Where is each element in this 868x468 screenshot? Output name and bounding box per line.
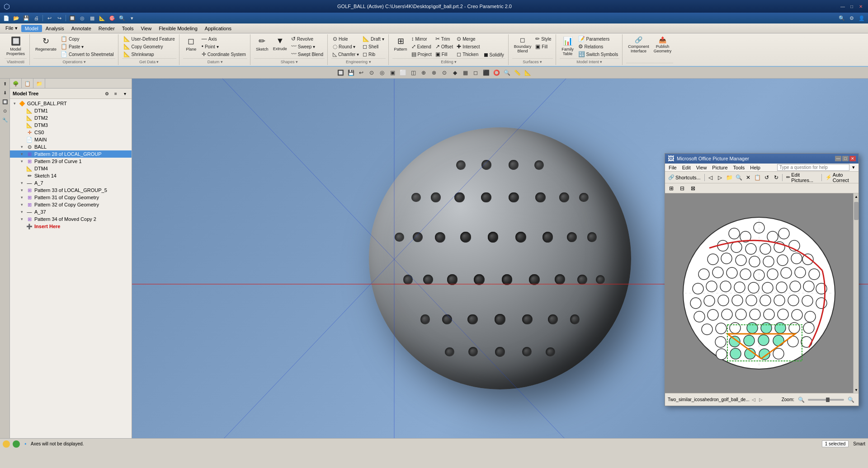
menu-model[interactable]: Model bbox=[21, 25, 42, 32]
qa-btn-1[interactable]: 🔲 bbox=[68, 14, 77, 22]
thicken-button[interactable]: ◻Thicken bbox=[455, 51, 481, 58]
view-btn-16[interactable]: ⭕ bbox=[491, 68, 501, 77]
view-btn-11[interactable]: ⊙ bbox=[439, 68, 449, 77]
menu-analysis[interactable]: Analysis bbox=[42, 25, 68, 32]
pm-delete-btn[interactable]: ✕ bbox=[744, 173, 752, 182]
pm-menu-tools[interactable]: Tools bbox=[731, 164, 748, 171]
pm-close-button[interactable]: ✕ bbox=[849, 156, 856, 161]
menu-annotate[interactable]: Annotate bbox=[68, 25, 95, 32]
sidebar-tab-1[interactable]: 🌳 bbox=[10, 79, 22, 89]
view-btn-18[interactable]: 📏 bbox=[512, 68, 522, 77]
publish-geometry-button[interactable]: 📤 PublishGeometry bbox=[652, 35, 674, 54]
lt-btn-4[interactable]: ⊙ bbox=[1, 107, 9, 115]
tree-expand-pattern32[interactable]: ▾ bbox=[19, 201, 24, 208]
extrude-button[interactable]: ▼ Extrude bbox=[271, 35, 289, 52]
undo-button[interactable]: ↩ bbox=[45, 14, 54, 22]
menu-view[interactable]: View bbox=[137, 25, 156, 32]
pm-folder-btn[interactable]: 📁 bbox=[725, 173, 734, 182]
pm-grid-btn-2[interactable]: ⊟ bbox=[677, 184, 687, 193]
swept-blend-button[interactable]: 〰Swept Blend bbox=[290, 51, 325, 58]
tree-item-golf-ball-prt[interactable]: ▾ 🔶 GOLF_BALL.PRT bbox=[10, 100, 132, 107]
round-button[interactable]: ◌Round ▾ bbox=[331, 43, 360, 50]
tree-item-pattern34[interactable]: ▾ ⊞ Pattern 34 of Moved Copy 2 bbox=[10, 215, 132, 223]
view-btn-15[interactable]: ⬛ bbox=[481, 68, 491, 77]
qa-btn-7[interactable]: ▾ bbox=[127, 14, 137, 22]
regenerate-button[interactable]: ↻ Regenerate bbox=[33, 35, 58, 52]
pm-help-search-btn[interactable]: ▾ bbox=[849, 164, 858, 171]
pm-next-btn[interactable]: ▷ bbox=[758, 397, 764, 403]
pm-scroll-track[interactable] bbox=[854, 200, 859, 387]
pm-zoom-track[interactable] bbox=[808, 399, 844, 401]
pm-forward-btn[interactable]: ▷ bbox=[716, 173, 724, 182]
offset-button[interactable]: ↗Offset bbox=[434, 43, 455, 50]
sidebar-tab-2[interactable]: 📋 bbox=[22, 79, 33, 89]
lt-btn-3[interactable]: 🔲 bbox=[1, 98, 9, 106]
tree-item-pattern29[interactable]: ▾ ⊞ Pattern 29 of Curve 1 bbox=[10, 158, 132, 165]
pm-scroll-thumb[interactable] bbox=[854, 202, 859, 220]
view-btn-14[interactable]: ◻ bbox=[471, 68, 481, 77]
view-btn-8[interactable]: ◫ bbox=[408, 68, 418, 77]
view-btn-10[interactable]: ⊗ bbox=[429, 68, 439, 77]
save-button[interactable]: 💾 bbox=[22, 14, 31, 22]
tree-item-pattern32[interactable]: ▾ ⊞ Pattern 32 of Copy Geometry bbox=[10, 201, 132, 208]
tree-expand-btn[interactable]: ▾ bbox=[121, 90, 129, 97]
pm-menu-help[interactable]: Help bbox=[747, 164, 763, 171]
point-button[interactable]: •Point ▾ bbox=[200, 43, 247, 50]
view-btn-6[interactable]: ▣ bbox=[387, 68, 397, 77]
open-button[interactable]: 📂 bbox=[12, 14, 21, 22]
view-btn-4[interactable]: ⊙ bbox=[367, 68, 377, 77]
pm-rotate-left-btn[interactable]: ↺ bbox=[763, 173, 771, 182]
tree-collapse-btn[interactable]: ≡ bbox=[112, 90, 120, 97]
pm-autocorrect-btn[interactable]: ⚡ Auto Correct bbox=[824, 172, 857, 183]
tree-expand-golf-ball-prt[interactable]: ▾ bbox=[12, 100, 17, 107]
sidebar-tab-3[interactable]: 📁 bbox=[33, 79, 45, 89]
tree-expand-pattern28[interactable]: ▾ bbox=[19, 151, 24, 157]
tree-item-cs0[interactable]: ✛ CS0 bbox=[10, 129, 132, 136]
tree-item-main[interactable]: 📄 MAIN bbox=[10, 136, 132, 143]
pattern-button[interactable]: ⊞ Pattern bbox=[392, 35, 409, 52]
view-btn-19[interactable]: 📐 bbox=[523, 68, 533, 77]
axis-button[interactable]: —Axis bbox=[200, 35, 247, 42]
pm-edit-pictures-btn[interactable]: ✏ Edit Pictures... bbox=[784, 172, 820, 183]
view-btn-9[interactable]: ⊕ bbox=[419, 68, 429, 77]
qa-btn-4[interactable]: 📐 bbox=[98, 14, 107, 22]
plane-button[interactable]: ◻ Plane bbox=[183, 35, 199, 52]
pm-scroll-down-btn[interactable]: ▼ bbox=[854, 387, 859, 393]
user-defined-feature-button[interactable]: 📐User-Defined Feature bbox=[122, 35, 176, 42]
maximize-button[interactable]: □ bbox=[848, 3, 855, 9]
view-btn-17[interactable]: 🔍 bbox=[502, 68, 512, 77]
tree-item-sketch14[interactable]: ✏ Sketch 14 bbox=[10, 172, 132, 179]
pm-back-btn[interactable]: ◁ bbox=[706, 173, 715, 182]
tree-expand-pattern31[interactable]: ▾ bbox=[19, 194, 24, 201]
tree-expand-a37[interactable]: ▾ bbox=[19, 209, 24, 215]
pm-grid-btn-3[interactable]: ⊠ bbox=[688, 184, 698, 193]
tree-item-a37[interactable]: ▾ — A_37 bbox=[10, 208, 132, 215]
qa-btn-5[interactable]: 🎯 bbox=[108, 14, 117, 22]
view-btn-2[interactable]: 💾 bbox=[346, 68, 356, 77]
view-btn-12[interactable]: ◆ bbox=[450, 68, 460, 77]
pm-menu-file[interactable]: File bbox=[666, 164, 679, 171]
pm-minimize-button[interactable]: — bbox=[835, 156, 841, 161]
menu-flexible-modeling[interactable]: Flexible Modeling bbox=[155, 25, 201, 32]
pm-prev-btn[interactable]: ◁ bbox=[750, 397, 757, 403]
view-btn-1[interactable]: 🔲 bbox=[335, 68, 345, 77]
view-btn-7[interactable]: ⬜ bbox=[398, 68, 408, 77]
lt-btn-5[interactable]: 🔧 bbox=[1, 116, 9, 124]
pm-image-canvas[interactable] bbox=[665, 193, 853, 393]
viewport[interactable]: 🖼 Microsoft Office Picture Manager — □ ✕… bbox=[132, 79, 868, 438]
revolve-button[interactable]: ↺Revolve bbox=[290, 35, 325, 42]
pm-help-search[interactable] bbox=[777, 164, 849, 171]
tree-expand-pattern29[interactable]: ▾ bbox=[19, 158, 24, 164]
sketch-button[interactable]: ✏ Sketch bbox=[254, 35, 270, 52]
redo-button[interactable]: ↪ bbox=[55, 14, 64, 22]
pm-menu-picture[interactable]: Picture bbox=[709, 164, 730, 171]
tree-expand-a7[interactable]: ▾ bbox=[19, 180, 24, 186]
mirror-button[interactable]: ↕Mirror bbox=[410, 35, 433, 42]
tree-item-pattern31[interactable]: ▾ ⊞ Pattern 31 of Copy Geometry bbox=[10, 194, 132, 201]
pm-maximize-button[interactable]: □ bbox=[842, 156, 849, 161]
component-interface-button[interactable]: 🔗 ComponentInterface bbox=[626, 35, 651, 54]
fill-surf-button[interactable]: ▣Fill bbox=[534, 43, 552, 50]
merge-button[interactable]: ⊙Merge bbox=[455, 35, 481, 42]
view-btn-5[interactable]: ◎ bbox=[377, 68, 387, 77]
model-properties-button[interactable]: 🔲 ModelProperties bbox=[5, 35, 27, 57]
